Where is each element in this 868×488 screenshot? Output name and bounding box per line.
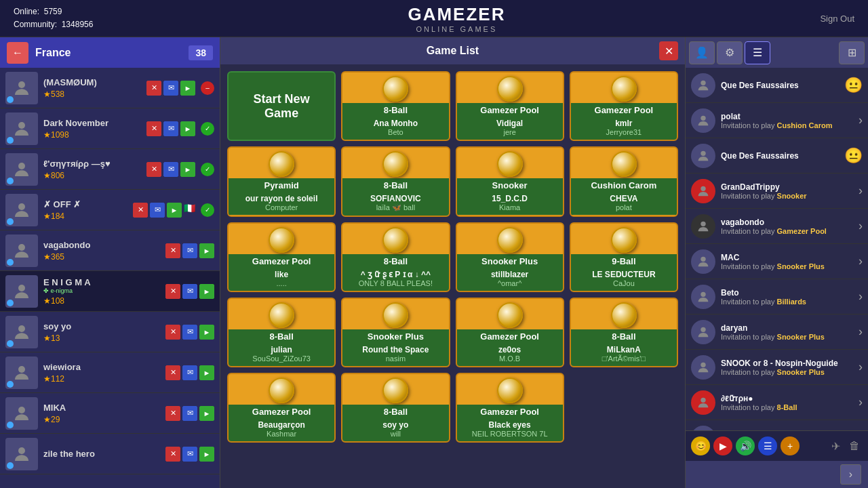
send-button[interactable]: ✈: [829, 437, 843, 455]
message-button[interactable]: ✉: [182, 365, 197, 380]
game-card[interactable]: Gamezer Poollike.....: [227, 222, 336, 292]
game-card[interactable]: Cushion CaromCHEVApolat: [570, 146, 678, 217]
invitation-item[interactable]: vagabondoInvitation to play Gamezer Pool…: [686, 209, 868, 244]
block-button[interactable]: ✕: [165, 284, 180, 299]
player-item[interactable]: ✗ OFF ✗★184✕✉►🇮🇹✓: [0, 190, 220, 230]
game-card[interactable]: Pyramidour rayon de soleilComputer: [227, 146, 336, 217]
block-button[interactable]: ✕: [146, 81, 161, 96]
player-item[interactable]: MIKA★29✕✉►: [0, 393, 220, 434]
invite-button[interactable]: ►: [199, 243, 214, 258]
invitation-item[interactable]: polatInvitation to play Cushion Carom›: [686, 103, 868, 138]
block-button[interactable]: ✕: [146, 121, 161, 136]
sound-button[interactable]: 🔊: [736, 436, 755, 455]
start-new-game-card[interactable]: Start New Game: [227, 71, 336, 141]
player-actions: ✕✉►: [165, 243, 214, 258]
game-card[interactable]: 8-BallSOFIANOVIClaïla 🦋 ball: [341, 146, 450, 217]
game-list-close-button[interactable]: ✕: [659, 41, 678, 60]
back-button[interactable]: ←: [7, 42, 28, 64]
game-card[interactable]: 8-BallAna MonhoBeto: [341, 71, 450, 141]
game-card[interactable]: Gamezer PoolBlack eyesNEIL ROBERTSON 7L: [456, 373, 564, 443]
message-button[interactable]: ✉: [182, 325, 197, 340]
invite-arrow[interactable]: ›: [859, 289, 863, 304]
block-button[interactable]: ✕: [165, 365, 180, 380]
nav-next-button[interactable]: ›: [840, 464, 861, 485]
emoji-button[interactable]: 😊: [691, 436, 710, 455]
tab-profile[interactable]: 👤: [689, 41, 715, 64]
player-item[interactable]: ℓ'σηγтяíρρ —ş♥★806✕✉►✓: [0, 149, 220, 190]
message-button[interactable]: ✉: [163, 81, 178, 96]
message-button[interactable]: ✉: [182, 243, 197, 258]
invitation-item[interactable]: BetoInvitation to play Billiards›: [686, 279, 868, 314]
message-button[interactable]: ✉: [182, 447, 197, 462]
player-item[interactable]: vagabondo★365✕✉►: [0, 230, 220, 271]
player-item[interactable]: zile the hero✕✉►: [0, 434, 220, 474]
message-button[interactable]: ✉: [182, 284, 197, 299]
invite-button[interactable]: ►: [199, 284, 214, 299]
block-button[interactable]: ✕: [165, 406, 180, 421]
block-button[interactable]: ✕: [165, 447, 180, 462]
invitation-item[interactable]: daryanInvitation to play Snooker Plus›: [686, 314, 868, 350]
invite-arrow[interactable]: ›: [859, 395, 863, 409]
game-card[interactable]: Gamezer PoolVidigaljere: [456, 71, 564, 141]
tab-list[interactable]: ☰: [745, 41, 770, 64]
game-card[interactable]: 8-Ball^ ʒ ữ ʂ ɛ Ρ ɪ α ↓ ^^ONLY 8 BALL PL…: [341, 222, 450, 292]
play-button[interactable]: ▶: [713, 436, 732, 455]
menu-button[interactable]: ☰: [758, 436, 777, 455]
message-button[interactable]: ✉: [182, 406, 197, 421]
invite-info: MACInvitation to play Snooker Plus: [721, 253, 853, 270]
invite-button[interactable]: ►: [167, 203, 182, 218]
game-card[interactable]: Snooker PlusRound the Spacenasim: [341, 298, 450, 367]
block-button[interactable]: ✕: [165, 325, 180, 340]
invitation-item[interactable]: ∂ℓữтρн●Invitation to play 8-Ball›: [686, 385, 868, 420]
invite-arrow[interactable]: ›: [859, 360, 863, 374]
invite-button[interactable]: ►: [180, 81, 195, 96]
invite-arrow[interactable]: ›: [859, 113, 863, 127]
block-button[interactable]: ✕: [133, 203, 148, 218]
game-card[interactable]: Snooker15_D.C.DKiama: [456, 146, 564, 217]
add-button[interactable]: +: [781, 436, 800, 455]
sign-out-button[interactable]: Sign Out: [820, 14, 854, 24]
game-card[interactable]: Gamezer Poolze0osM.O.B: [456, 298, 564, 367]
invite-button[interactable]: ►: [180, 121, 195, 136]
invitation-item[interactable]: GranDadTrippyInvitation to play Snooker›: [686, 174, 868, 209]
player-item[interactable]: soy yo★13✕✉►: [0, 312, 220, 352]
invitation-item[interactable]: MACInvitation to play Snooker Plus›: [686, 244, 868, 279]
delete-button[interactable]: 🗑: [846, 437, 863, 455]
status-badge: –: [201, 81, 214, 95]
invite-button[interactable]: ►: [199, 406, 214, 421]
block-button[interactable]: ✕: [146, 162, 161, 177]
message-button[interactable]: ✉: [150, 203, 165, 218]
message-button[interactable]: ✉: [163, 162, 178, 177]
game-card[interactable]: Gamezer PoolkmlrJerryore31: [570, 71, 678, 141]
player-item[interactable]: E N I G M A✤ e-nigma★108✕✉►: [0, 271, 220, 312]
game-card[interactable]: 8-Ballsoy yowill: [341, 373, 450, 443]
invitation-item[interactable]: HaCInvitation play Snooker Plus›: [686, 420, 868, 430]
invite-arrow[interactable]: ›: [859, 219, 863, 233]
player-item[interactable]: Dark November★1098✕✉►✓: [0, 108, 220, 149]
player-actions: ✕✉►: [165, 325, 214, 340]
player-item[interactable]: wiewiora★112✕✉►: [0, 352, 220, 393]
game-card[interactable]: 9-BallLE SEDUCTEURCaJou: [570, 222, 678, 292]
game-card[interactable]: 8-BallMiLkanA□'ArtÃ©mis'□: [570, 298, 678, 367]
invitation-item[interactable]: SNOOK or 8 - Nospin-NoguideInvitation to…: [686, 350, 868, 385]
invite-button[interactable]: ►: [180, 162, 195, 177]
game-list-title: Game List: [427, 45, 479, 57]
invite-arrow[interactable]: ›: [859, 184, 863, 198]
tab-grid[interactable]: ⊞: [839, 41, 865, 64]
invite-button[interactable]: ►: [199, 325, 214, 340]
game-card[interactable]: Snooker Plusstillblazer^omar^: [456, 222, 564, 292]
invitation-item[interactable]: Que Des Faussaires😐: [686, 68, 868, 103]
invite-button[interactable]: ►: [199, 365, 214, 380]
game-card[interactable]: 8-BalljulianSouSou_ZiZou73: [227, 298, 336, 367]
player-actions: ✕✉►: [146, 162, 195, 177]
invitation-item[interactable]: Que Des Faussaires😐: [686, 138, 868, 174]
invite-arrow[interactable]: ›: [859, 254, 863, 268]
avatar: [5, 438, 38, 470]
block-button[interactable]: ✕: [165, 243, 180, 258]
message-button[interactable]: ✉: [163, 121, 178, 136]
tab-settings[interactable]: ⚙: [717, 41, 743, 64]
player-item[interactable]: (MASMØUM)★538✕✉►–: [0, 68, 220, 108]
game-card[interactable]: Gamezer PoolBeaugarçonKashmar: [227, 373, 336, 443]
invite-button[interactable]: ►: [199, 447, 214, 462]
invite-arrow[interactable]: ›: [859, 325, 863, 339]
